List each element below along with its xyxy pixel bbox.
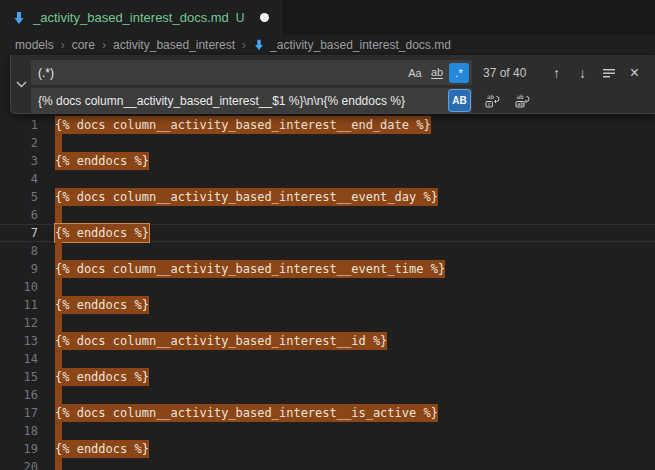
editor-line[interactable]: 3{% enddocs %} — [0, 152, 655, 170]
breadcrumb-item-activity-based-interest[interactable]: activity_based_interest — [113, 38, 235, 52]
line-number: 15 — [0, 368, 38, 386]
replace-all-button[interactable]: ab ab — [511, 90, 532, 111]
tab-activity-based-interest-docs[interactable]: _activity_based_interest_docs.md U — [0, 0, 282, 35]
find-in-selection-button[interactable] — [598, 62, 619, 83]
line-content — [38, 242, 62, 260]
regex-toggle[interactable]: .* — [449, 63, 469, 83]
line-content — [38, 170, 55, 188]
line-number: 18 — [0, 422, 38, 440]
line-content: {% docs column__activity_based_interest_… — [38, 404, 438, 422]
line-number: 6 — [0, 206, 38, 224]
match-case-icon: Aa — [408, 67, 421, 79]
breadcrumb-item-models[interactable]: models — [15, 38, 54, 52]
editor-line[interactable]: 5{% docs column__activity_based_interest… — [0, 188, 655, 206]
editor-line[interactable]: 16 — [0, 386, 655, 404]
editor-line[interactable]: 17{% docs column__activity_based_interes… — [0, 404, 655, 422]
preserve-case-toggle[interactable]: AB — [449, 90, 470, 111]
editor-line[interactable]: 15{% enddocs %} — [0, 368, 655, 386]
editor-line[interactable]: 7{% enddocs %} — [0, 224, 655, 242]
replace-input-value: {% docs column__activity_based_interest_… — [31, 94, 449, 108]
breadcrumb-separator: › — [102, 38, 106, 52]
find-match: {% docs column__activity_based_interest_… — [55, 188, 438, 206]
replace-button[interactable]: ab c — [481, 90, 502, 111]
find-input-value: (.*) — [31, 66, 405, 80]
line-number: 17 — [0, 404, 38, 422]
editor-line[interactable]: 4 — [0, 170, 655, 188]
find-match: {% docs column__activity_based_interest_… — [55, 404, 438, 422]
line-content — [38, 422, 62, 440]
line-content: {% docs column__activity_based_interest_… — [38, 260, 445, 278]
line-content: {% docs column__activity_based_interest_… — [38, 116, 431, 134]
line-content — [38, 278, 62, 296]
line-number: 19 — [0, 440, 38, 458]
line-number: 10 — [0, 278, 38, 296]
find-match: {% enddocs %} — [55, 296, 149, 314]
find-widget-body: (.*) Aaab.* 37 of 40 ↑ ↓ — [31, 55, 655, 113]
line-number: 16 — [0, 386, 38, 404]
line-number: 7 — [0, 224, 38, 242]
line-content: {% enddocs %} — [38, 440, 149, 458]
editor-line[interactable]: 10 — [0, 278, 655, 296]
editor-line[interactable]: 12 — [0, 314, 655, 332]
arrow-up-icon: ↑ — [553, 65, 560, 81]
close-icon: × — [630, 64, 639, 82]
editor-line[interactable]: 6 — [0, 206, 655, 224]
find-match-sliver — [55, 242, 62, 260]
breadcrumb-separator: › — [61, 38, 65, 52]
find-input[interactable]: (.*) Aaab.* — [31, 60, 472, 85]
line-content — [38, 134, 62, 152]
previous-match-button[interactable]: ↑ — [546, 62, 567, 83]
find-match: {% docs column__activity_based_interest_… — [55, 260, 445, 278]
vscode-window: _activity_based_interest_docs.md U model… — [0, 0, 655, 470]
replace-input[interactable]: {% docs column__activity_based_interest_… — [31, 88, 472, 113]
match-case-toggle[interactable]: Aa — [405, 63, 425, 83]
replace-row: {% docs column__activity_based_interest_… — [31, 88, 649, 113]
line-number: 8 — [0, 242, 38, 260]
breadcrumb-item-file[interactable]: _activity_based_interest_docs.md — [253, 38, 451, 52]
close-find-widget-button[interactable]: × — [624, 62, 645, 83]
breadcrumb: models › core › activity_based_interest … — [0, 35, 655, 55]
unsaved-changes-dot[interactable] — [260, 13, 269, 22]
find-match: {% docs column__activity_based_interest_… — [55, 332, 387, 350]
editor-line[interactable]: 19{% enddocs %} — [0, 440, 655, 458]
line-number: 5 — [0, 188, 38, 206]
svg-text:ab: ab — [516, 93, 524, 100]
find-match-sliver — [55, 206, 62, 224]
line-number: 20 — [0, 458, 38, 470]
editor-line[interactable]: 20 — [0, 458, 655, 470]
line-content: {% enddocs %} — [38, 296, 149, 314]
editor-line[interactable]: 2 — [0, 134, 655, 152]
line-content — [38, 206, 62, 224]
breadcrumb-item-core[interactable]: core — [72, 38, 95, 52]
replace-icon: ab c — [484, 93, 500, 109]
find-match-sliver — [55, 350, 62, 368]
editor-line[interactable]: 8 — [0, 242, 655, 260]
toggle-replace-button[interactable] — [11, 55, 31, 113]
markdown-file-icon — [253, 39, 265, 51]
line-number: 14 — [0, 350, 38, 368]
find-match-sliver — [55, 422, 62, 440]
line-content: {% docs column__activity_based_interest_… — [38, 188, 438, 206]
editor[interactable]: 1{% docs column__activity_based_interest… — [0, 55, 655, 470]
editor-line[interactable]: 11{% enddocs %} — [0, 296, 655, 314]
whole-word-toggle[interactable]: ab — [427, 63, 447, 83]
arrow-down-icon: ↓ — [579, 65, 586, 81]
find-result-count: 37 of 40 — [483, 66, 545, 80]
svg-text:c: c — [487, 101, 490, 107]
svg-text:ab: ab — [517, 101, 524, 107]
find-match-sliver — [55, 314, 62, 332]
line-content — [38, 458, 62, 470]
find-row: (.*) Aaab.* 37 of 40 ↑ ↓ — [31, 60, 649, 85]
breadcrumb-separator: › — [242, 38, 246, 52]
next-match-button[interactable]: ↓ — [572, 62, 593, 83]
editor-line[interactable]: 9{% docs column__activity_based_interest… — [0, 260, 655, 278]
editor-line[interactable]: 18 — [0, 422, 655, 440]
editor-line[interactable]: 1{% docs column__activity_based_interest… — [0, 116, 655, 134]
current-find-match: {% enddocs %} — [55, 224, 149, 242]
editor-line[interactable]: 13{% docs column__activity_based_interes… — [0, 332, 655, 350]
line-content: {% docs column__activity_based_interest_… — [38, 332, 387, 350]
find-replace-widget: (.*) Aaab.* 37 of 40 ↑ ↓ — [10, 55, 655, 114]
editor-lines: 1{% docs column__activity_based_interest… — [0, 116, 655, 470]
editor-line[interactable]: 14 — [0, 350, 655, 368]
whole-word-icon: ab — [431, 66, 443, 79]
